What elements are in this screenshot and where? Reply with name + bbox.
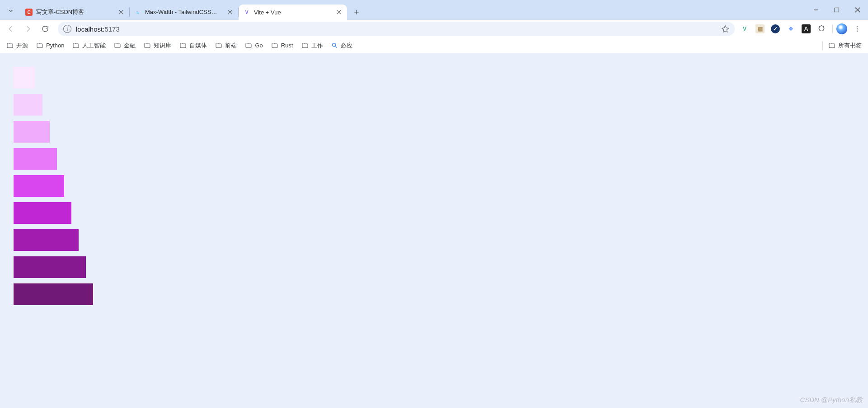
color-bar-5	[14, 202, 71, 224]
bookmark-item-2[interactable]: 人工智能	[72, 42, 106, 50]
extensions-row: V▦✓❖A	[740, 24, 829, 33]
tab-1[interactable]: ≈Max-Width - TailwindCSS中文	[130, 5, 238, 20]
tab-close-button[interactable]	[226, 9, 234, 16]
bookmark-item-10[interactable]: 必应	[331, 42, 352, 50]
close-icon	[337, 10, 341, 14]
bookmark-label: 开源	[16, 42, 28, 50]
color-bar-3	[14, 148, 57, 170]
bookmark-star-button[interactable]	[721, 25, 729, 33]
url-text: localhost:5173	[76, 25, 120, 33]
bookmarks-bar: 开源Python人工智能金融知识库自媒体前端GoRust工作必应 所有书签	[0, 38, 868, 53]
folder-icon	[36, 42, 43, 49]
tab-0[interactable]: C写文章-CSDN博客	[21, 5, 129, 20]
separator	[832, 24, 833, 33]
close-icon	[228, 10, 232, 14]
folder-icon	[828, 42, 835, 49]
bookmark-label: 工作	[311, 42, 323, 50]
separator	[822, 41, 823, 50]
svg-point-4	[332, 43, 336, 47]
page-viewport: CSDN @Python私教	[0, 53, 868, 408]
color-bar-4	[14, 175, 64, 197]
close-window-button[interactable]	[847, 0, 868, 20]
browser-window: C写文章-CSDN博客≈Max-Width - TailwindCSS中文VVi…	[0, 0, 868, 408]
bookmark-item-6[interactable]: 前端	[215, 42, 237, 50]
ext-check[interactable]: ✓	[771, 24, 780, 33]
folder-icon	[179, 42, 187, 49]
folder-icon	[301, 42, 309, 49]
color-bar-0	[14, 67, 35, 88]
ext-bird[interactable]: ❖	[786, 24, 795, 33]
bookmark-item-7[interactable]: Go	[245, 42, 263, 50]
back-button[interactable]	[4, 22, 18, 36]
ext-grid[interactable]: ▦	[755, 24, 765, 33]
maximize-icon	[834, 7, 840, 13]
maximize-button[interactable]	[826, 0, 847, 20]
bookmark-label: 自媒体	[189, 42, 207, 50]
puzzle-icon	[817, 25, 826, 33]
bookmark-item-4[interactable]: 知识库	[144, 42, 171, 50]
folder-icon	[144, 42, 151, 49]
address-bar[interactable]: i localhost:5173	[58, 22, 735, 36]
search-icon	[331, 42, 338, 49]
vue-devtools[interactable]: V	[740, 24, 749, 33]
favicon-icon: V	[243, 9, 250, 16]
toolbar: i localhost:5173 V▦✓❖A	[0, 20, 868, 38]
folder-icon	[245, 42, 252, 49]
forward-button[interactable]	[21, 22, 35, 36]
favicon-icon: C	[25, 9, 33, 16]
arrow-left-icon	[7, 25, 15, 33]
plus-icon	[353, 9, 360, 15]
color-bars-container	[14, 67, 854, 305]
tab-2[interactable]: VVite + Vue	[239, 5, 347, 20]
minimize-icon	[813, 7, 819, 13]
color-bar-2	[14, 121, 50, 143]
star-icon	[721, 25, 729, 33]
folder-icon	[72, 42, 80, 49]
bookmark-label: 知识库	[154, 42, 171, 50]
folder-icon	[114, 42, 121, 49]
watermark-text: CSDN @Python私教	[800, 396, 863, 404]
new-tab-button[interactable]	[350, 5, 363, 19]
color-bar-6	[14, 229, 79, 251]
chevron-down-icon	[8, 8, 14, 14]
window-controls	[806, 0, 868, 20]
tab-close-button[interactable]	[335, 9, 343, 16]
bookmark-item-9[interactable]: 工作	[301, 42, 323, 50]
folder-icon	[6, 42, 14, 49]
kebab-menu-icon	[854, 25, 861, 32]
folder-icon	[215, 42, 222, 49]
color-bar-1	[14, 94, 42, 116]
site-info-icon[interactable]: i	[63, 25, 71, 33]
bookmark-label: 人工智能	[82, 42, 106, 50]
bookmark-item-3[interactable]: 金融	[114, 42, 136, 50]
reload-icon	[41, 25, 49, 33]
color-bar-7	[14, 256, 86, 278]
reload-button[interactable]	[38, 22, 52, 36]
bookmark-item-1[interactable]: Python	[36, 42, 64, 50]
tab-title: Vite + Vue	[254, 9, 332, 16]
tab-title: 写文章-CSDN博客	[36, 8, 114, 16]
bookmark-label: Rust	[281, 42, 293, 49]
bookmark-label: Go	[255, 42, 263, 49]
tab-strip: C写文章-CSDN博客≈Max-Width - TailwindCSS中文VVi…	[0, 0, 868, 20]
bookmark-label: Python	[46, 42, 64, 49]
folder-icon	[271, 42, 278, 49]
arrow-right-icon	[24, 25, 32, 33]
ext-square-a[interactable]: A	[802, 24, 811, 33]
all-bookmarks-button[interactable]: 所有书签	[828, 42, 862, 50]
color-bar-8	[14, 283, 93, 305]
chrome-menu-button[interactable]	[850, 22, 864, 36]
bookmark-item-8[interactable]: Rust	[271, 42, 293, 50]
tab-close-button[interactable]	[117, 9, 125, 16]
bookmark-item-5[interactable]: 自媒体	[179, 42, 207, 50]
profile-avatar[interactable]	[836, 23, 847, 34]
svg-rect-0	[835, 8, 839, 12]
minimize-button[interactable]	[806, 0, 826, 20]
tab-search-button[interactable]	[4, 4, 18, 18]
bookmark-label: 前端	[225, 42, 237, 50]
svg-point-2	[857, 28, 858, 29]
close-icon	[119, 10, 123, 14]
svg-point-1	[857, 26, 858, 27]
extensions-menu[interactable]	[817, 24, 826, 33]
bookmark-item-0[interactable]: 开源	[6, 42, 28, 50]
